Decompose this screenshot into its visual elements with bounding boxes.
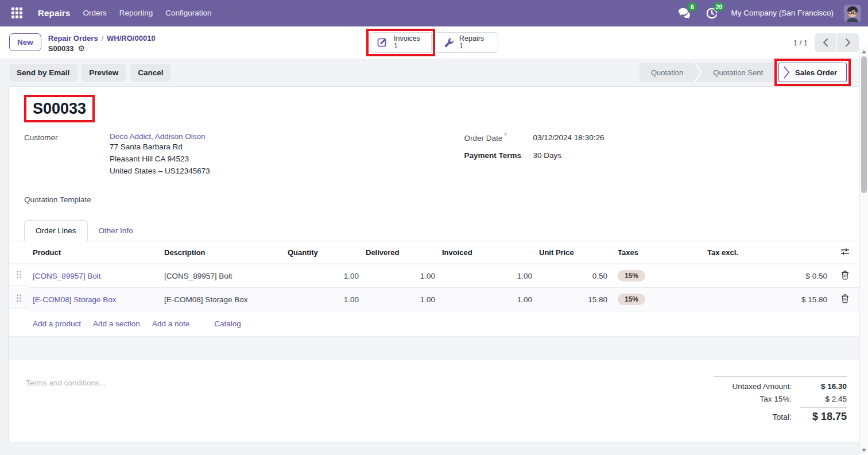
- scrollbar-thumb[interactable]: [861, 56, 867, 193]
- status-separator-icon: [695, 63, 702, 82]
- top-navbar: Repairs Orders Reporting Configuration 6…: [0, 0, 868, 26]
- line-quantity[interactable]: 1.00: [284, 264, 362, 288]
- apps-grid-icon: [11, 7, 22, 18]
- col-header-product[interactable]: Product: [29, 241, 161, 264]
- catalog-link[interactable]: Catalog: [214, 319, 241, 328]
- company-switcher[interactable]: My Company (San Francisco): [731, 9, 834, 17]
- activities-button[interactable]: 20: [703, 5, 720, 22]
- status-quotation[interactable]: Quotation: [640, 63, 695, 82]
- nav-orders[interactable]: Orders: [83, 9, 106, 17]
- pager-next-button[interactable]: [837, 33, 859, 52]
- record-title[interactable]: S00033: [33, 100, 86, 117]
- add-section-link[interactable]: Add a section: [93, 319, 140, 328]
- breadcrumb-separator: /: [101, 33, 103, 43]
- list-footer: Add a product Add a section Add a note C…: [9, 311, 859, 337]
- invoices-count: 1: [394, 43, 398, 50]
- product-link[interactable]: [E-COM08] Storage Box: [33, 295, 117, 304]
- delete-line-icon[interactable]: [841, 271, 849, 280]
- tab-order-lines[interactable]: Order Lines: [24, 220, 88, 241]
- line-tax-excl: $ 15.80: [704, 288, 831, 311]
- scroll-up-icon[interactable]: [862, 50, 866, 53]
- total-value: $ 18.75: [800, 407, 847, 423]
- line-description[interactable]: [E-COM08] Storage Box: [161, 288, 284, 311]
- breadcrumb-repair-orders[interactable]: Repair Orders: [48, 33, 98, 43]
- col-header-invoiced[interactable]: Invoiced: [439, 241, 536, 264]
- line-description[interactable]: [CONS_89957] Bolt: [161, 264, 284, 288]
- delete-line-icon[interactable]: [841, 294, 849, 303]
- col-header-description[interactable]: Description: [161, 241, 284, 264]
- customer-label: Customer: [24, 132, 110, 177]
- untaxed-amount-label: Untaxed Amount:: [732, 382, 792, 391]
- app-window: Repairs Orders Reporting Configuration 6…: [0, 0, 868, 455]
- order-lines-table: Product Description Quantity Delivered I…: [9, 241, 859, 311]
- payment-terms-value[interactable]: 30 Days: [533, 150, 562, 160]
- invoices-smart-button[interactable]: Invoices 1: [370, 32, 432, 53]
- nav-reporting[interactable]: Reporting: [119, 9, 153, 17]
- line-delivered[interactable]: 1.00: [362, 264, 439, 288]
- line-unit-price[interactable]: 0.50: [536, 264, 611, 288]
- drag-handle-icon[interactable]: [9, 264, 29, 286]
- order-line-row[interactable]: [E-COM08] Storage Box [E-COM08] Storage …: [9, 288, 859, 311]
- app-name[interactable]: Repairs: [38, 8, 70, 18]
- annotation-box-sales-order: Sales Order: [774, 59, 851, 86]
- col-header-unit-price[interactable]: Unit Price: [536, 241, 611, 264]
- untaxed-amount-value: $ 16.30: [800, 382, 847, 391]
- line-unit-price[interactable]: 15.80: [536, 288, 611, 311]
- tab-other-info[interactable]: Other Info: [88, 221, 144, 241]
- col-header-tax-excl[interactable]: Tax excl.: [704, 241, 831, 264]
- drag-handle-icon[interactable]: [9, 288, 29, 309]
- line-invoiced[interactable]: 1.00: [439, 264, 536, 288]
- smart-buttons: Invoices 1 Repairs 1: [370, 32, 498, 53]
- breadcrumb: Repair Orders / WH/RO/00010 S00033 ⚙: [48, 33, 156, 53]
- tax-badge[interactable]: 15%: [618, 270, 645, 282]
- tax-badge[interactable]: 15%: [618, 294, 645, 305]
- total-label: Total:: [773, 412, 792, 422]
- cancel-button[interactable]: Cancel: [130, 64, 170, 82]
- new-button[interactable]: New: [9, 33, 41, 51]
- pager-counter: 1 / 1: [793, 38, 808, 47]
- repairs-count: 1: [459, 43, 463, 50]
- messages-button[interactable]: 6: [676, 5, 693, 22]
- pager-previous-button[interactable]: [815, 33, 836, 52]
- status-arrow-icon: [784, 66, 789, 79]
- breadcrumb-active-record: S00033: [48, 44, 74, 53]
- chevron-right-icon: [845, 38, 851, 47]
- chevron-left-icon: [823, 38, 828, 47]
- col-header-delivered[interactable]: Delivered: [362, 241, 439, 264]
- tax-label: Tax 15%:: [760, 395, 792, 403]
- line-quantity[interactable]: 1.00: [284, 288, 362, 311]
- activities-badge: 20: [714, 2, 725, 11]
- form-header: Send by Email Preview Cancel Quotation Q…: [0, 59, 868, 86]
- order-date-value[interactable]: 03/12/2024 18:30:26: [533, 132, 604, 142]
- apps-menu-button[interactable]: [8, 5, 25, 22]
- status-sales-order[interactable]: Sales Order: [778, 63, 847, 82]
- repairs-smart-button[interactable]: Repairs 1: [436, 32, 498, 53]
- customer-address: 77 Santa Barbara Rd Pleasant Hill CA 945…: [110, 141, 210, 177]
- line-tax-excl: $ 0.50: [704, 264, 831, 288]
- status-quotation-sent[interactable]: Quotation Sent: [702, 63, 774, 82]
- control-panel: New Repair Orders / WH/RO/00010 S00033 ⚙: [0, 26, 868, 59]
- order-line-row[interactable]: [CONS_89957] Bolt [CONS_89957] Bolt 1.00…: [9, 264, 859, 288]
- product-link[interactable]: [CONS_89957] Bolt: [33, 272, 101, 280]
- form-sheet: S00033 Customer Deco Addict, Addison Ols…: [8, 86, 860, 442]
- optional-columns-icon[interactable]: [840, 248, 850, 256]
- customer-link[interactable]: Deco Addict, Addison Olson: [110, 131, 206, 141]
- terms-and-conditions-placeholder[interactable]: Terms and conditions...: [26, 376, 106, 427]
- add-product-link[interactable]: Add a product: [33, 319, 81, 328]
- line-delivered[interactable]: 1.00: [362, 288, 439, 311]
- add-note-link[interactable]: Add a note: [152, 319, 189, 328]
- line-invoiced[interactable]: 1.00: [439, 288, 536, 311]
- col-header-quantity[interactable]: Quantity: [284, 241, 362, 264]
- send-by-email-button[interactable]: Send by Email: [9, 64, 77, 82]
- vertical-scrollbar[interactable]: [859, 47, 868, 455]
- gear-icon[interactable]: ⚙: [78, 44, 86, 52]
- nav-configuration[interactable]: Configuration: [165, 9, 211, 17]
- tax-value: $ 2.45: [800, 395, 847, 403]
- messages-badge: 6: [687, 2, 697, 11]
- user-avatar[interactable]: [844, 5, 861, 22]
- preview-button[interactable]: Preview: [82, 64, 126, 82]
- col-header-taxes[interactable]: Taxes: [611, 241, 704, 264]
- avatar-image: [844, 5, 861, 22]
- scroll-down-icon[interactable]: [862, 449, 866, 452]
- breadcrumb-repair-order-ref[interactable]: WH/RO/00010: [107, 33, 156, 43]
